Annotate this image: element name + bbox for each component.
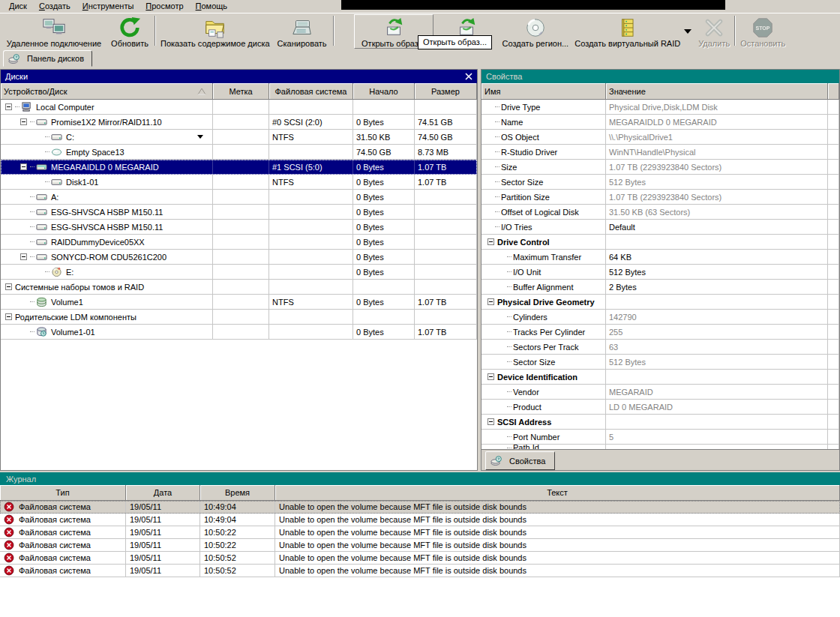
property-row[interactable]: Sector Size512 Bytes [482, 175, 839, 190]
property-row[interactable]: ProductLD 0 MEGARAID [482, 400, 839, 415]
property-row[interactable]: OS Object\\.\PhysicalDrive1 [482, 130, 839, 145]
log-type-label: Файловая система [19, 502, 91, 511]
disk-tree-row[interactable]: Local Computer [1, 100, 477, 115]
property-row[interactable]: Drive Control [482, 235, 839, 250]
expand-toggle[interactable] [488, 238, 494, 245]
disk-tree-row[interactable]: MEGARAIDLD 0 MEGARAID#1 SCSI (5:0)0 Byte… [1, 160, 477, 175]
property-row[interactable]: Physical Drive Geometry [482, 295, 839, 310]
disks-column-header[interactable]: Размер [415, 83, 477, 100]
label-cell [213, 145, 269, 160]
disk-tree-row[interactable]: Promise1X2 Mirror/RAID11.10#0 SCSI (2:0)… [1, 115, 477, 130]
property-row[interactable]: Drive TypePhysical Drive,Disk,LDM Disk [482, 100, 839, 115]
expand-toggle[interactable] [5, 313, 12, 320]
disk-tree-row[interactable]: A:0 Bytes [1, 190, 477, 205]
create-virtual-raid-button[interactable]: Создать виртуальный RAID [572, 14, 683, 49]
property-row[interactable]: Sectors Per Track63 [482, 340, 839, 355]
property-row[interactable]: Buffer Alignment2 Bytes [482, 280, 839, 295]
property-row[interactable]: Partition Size1.07 TB (2293923840 Sector… [482, 190, 839, 205]
menu-item[interactable]: Помощь [190, 1, 234, 12]
log-table-body: Файловая система19/05/1110:49:04Unable t… [0, 501, 840, 577]
property-row[interactable]: Offset of Logical Disk31.50 KB (63 Secto… [482, 205, 839, 220]
log-column-header[interactable]: Время [200, 485, 275, 501]
property-name-label: Size [501, 163, 517, 172]
disk-tree-row[interactable]: ESG-SHVSCA HSBP M150.110 Bytes [1, 220, 477, 235]
property-name-cell: Sectors Per Track [482, 340, 606, 355]
properties-column-header[interactable]: Значение [606, 83, 828, 100]
log-row[interactable]: Файловая система19/05/1110:49:04Unable t… [0, 501, 840, 514]
disk-tree-row[interactable]: Volume1-010 Bytes1.07 TB [1, 325, 477, 340]
disks-column-header[interactable]: Устройство/Диск [1, 83, 213, 100]
disks-column-header[interactable]: Начало [353, 83, 415, 100]
disk-tree-row[interactable]: Disk1-01NTFS0 Bytes1.07 TB [1, 175, 477, 190]
expand-toggle[interactable] [488, 418, 494, 425]
disk-tree-row[interactable]: SONYCD-ROM CDU5261C2000 Bytes [1, 250, 477, 265]
show-disk-content-button[interactable]: Показать содержимое диска [158, 14, 273, 49]
property-row[interactable]: Device Identification [482, 370, 839, 385]
raid-dropdown-arrow[interactable] [683, 14, 695, 49]
property-row[interactable]: Port Number5 [482, 430, 839, 445]
menu-item[interactable]: Просмотр [140, 1, 189, 12]
expand-toggle[interactable] [488, 298, 494, 305]
property-row[interactable]: I/O Unit512 Bytes [482, 265, 839, 280]
log-column-header[interactable]: Дата [126, 485, 200, 501]
tab-properties[interactable]: Свойства [485, 451, 555, 470]
disk-tree-row[interactable]: Системные наборы томов и RAID [1, 280, 477, 295]
properties-column-header[interactable]: Имя [482, 83, 606, 100]
refresh-button[interactable]: Обновить [106, 14, 153, 49]
log-row[interactable]: Файловая система19/05/1110:49:04Unable t… [0, 514, 840, 526]
close-icon[interactable] [465, 73, 472, 80]
log-type-label: Файловая система [19, 553, 91, 562]
disk-tree-row[interactable]: E:0 Bytes [1, 265, 477, 280]
property-row[interactable]: VendorMEGARAID [482, 385, 839, 400]
tree-connector [507, 286, 512, 287]
property-value-cell[interactable]: 64 KB [606, 250, 828, 265]
disk-tree-row[interactable]: ESG-SHVSCA HSBP M150.110 Bytes [1, 205, 477, 220]
disks-column-header[interactable]: Файловая система [269, 83, 353, 100]
property-row[interactable]: Cylinders142790 [482, 310, 839, 325]
property-row[interactable]: Tracks Per Cylinder255 [482, 325, 839, 340]
remote-connection-button[interactable]: Удаленное подключение [2, 14, 106, 49]
property-value-cell[interactable]: 2 Bytes [606, 280, 828, 295]
device-combo-arrow[interactable] [197, 135, 203, 139]
expand-toggle[interactable] [488, 373, 494, 380]
create-region-button[interactable]: Создать регион... [500, 14, 572, 49]
show-disk-content-button-label: Показать содержимое диска [160, 39, 270, 48]
log-column-header[interactable]: Тип [0, 485, 126, 501]
disk-tree-row[interactable]: Volume1NTFS0 Bytes1.07 TB [1, 295, 477, 310]
log-row[interactable]: Файловая система19/05/1110:50:22Unable t… [0, 526, 840, 539]
expand-toggle[interactable] [20, 118, 27, 125]
expand-toggle[interactable] [20, 253, 27, 260]
property-row[interactable]: Maximum Transfer64 KB [482, 250, 839, 265]
disks-column-header[interactable]: Метка [213, 83, 269, 100]
property-row[interactable]: R-Studio DriverWinNT\Handle\Physical [482, 145, 839, 160]
menu-item[interactable]: Диск [3, 1, 33, 12]
property-row[interactable]: I/O TriesDefault [482, 220, 839, 235]
log-panel-title: Журнал [6, 475, 36, 484]
property-row[interactable]: Sector Size512 Bytes [482, 355, 839, 370]
log-type-cell: Файловая система [0, 552, 126, 565]
disk-tree-row[interactable]: Родительские LDM компоненты [1, 310, 477, 325]
error-icon [4, 540, 14, 550]
disk-tree-row[interactable]: Empty Space1374.50 GB8.73 MB [1, 145, 477, 160]
log-row[interactable]: Файловая система19/05/1110:50:52Unable t… [0, 565, 840, 577]
disk-tree-row[interactable]: RAIDDummyDevice05XX0 Bytes [1, 235, 477, 250]
menu-item[interactable]: Инструменты [76, 1, 140, 12]
log-row[interactable]: Файловая система19/05/1110:50:52Unable t… [0, 552, 840, 565]
log-column-header[interactable]: Текст [275, 485, 840, 501]
property-name-label: Offset of Logical Disk [501, 208, 579, 217]
expand-toggle[interactable] [5, 103, 12, 110]
menu-item[interactable]: Создать [33, 1, 76, 12]
property-value-cell[interactable]: Default [606, 220, 828, 235]
expand-toggle[interactable] [20, 163, 27, 170]
property-row[interactable]: NameMEGARAIDLD 0 MEGARAID [482, 115, 839, 130]
disk-tree-row[interactable]: C:NTFS31.50 KB74.50 GB [1, 130, 477, 145]
create-region-button-label: Создать регион... [502, 39, 569, 48]
property-value-cell[interactable]: 512 Bytes [606, 265, 828, 280]
tab-disks-panel[interactable]: Панель дисков [3, 50, 92, 67]
disks-panel-caption: Диски [1, 70, 477, 83]
property-row[interactable]: Size1.07 TB (2293923840 Sectors) [482, 160, 839, 175]
property-row[interactable]: SCSI Address [482, 415, 839, 430]
scan-button[interactable]: Сканировать [273, 14, 332, 49]
expand-toggle[interactable] [5, 283, 12, 290]
log-row[interactable]: Файловая система19/05/1110:50:22Unable t… [0, 539, 840, 552]
